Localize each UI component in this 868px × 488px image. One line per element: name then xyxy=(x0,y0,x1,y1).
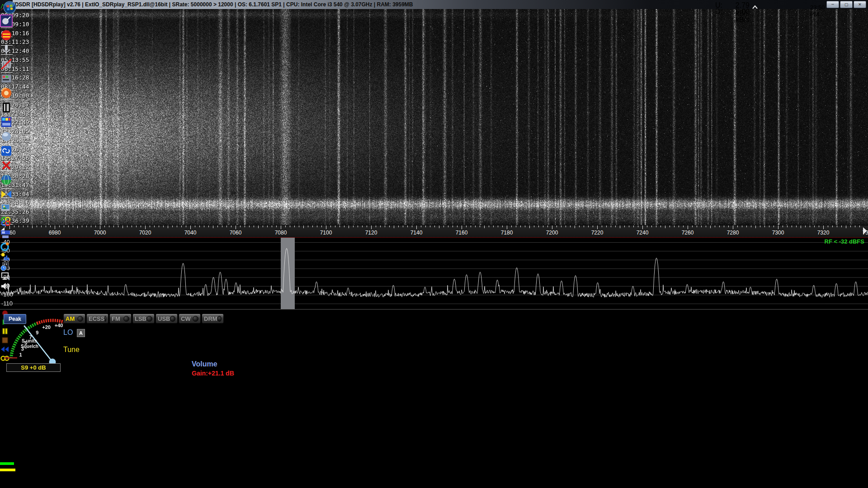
nb-rf-button[interactable]: NB RF xyxy=(0,372,24,380)
scale-tick xyxy=(489,225,489,227)
scale-tick xyxy=(285,225,286,227)
launcher-app-icon[interactable] xyxy=(0,72,20,87)
scale-tick xyxy=(832,225,833,227)
minimize-button[interactable]: ─ xyxy=(826,1,839,8)
af-rbw-label: RBW 5.9 Hz xyxy=(487,464,527,472)
red-mask-app-icon[interactable] xyxy=(0,29,20,43)
anotch-button[interactable]: ANotch xyxy=(0,429,26,437)
loops-app-button[interactable] xyxy=(0,216,20,229)
nb-if-button[interactable]: NB IF xyxy=(0,380,24,388)
af-avg-select[interactable]: 2 xyxy=(533,463,538,471)
scale-tick xyxy=(294,225,295,227)
rf-waterfall-canvas[interactable] xyxy=(0,9,868,225)
start-button[interactable] xyxy=(3,0,17,14)
scale-tick xyxy=(376,225,376,227)
scale-label: 7060 xyxy=(226,230,245,236)
scale-tick xyxy=(86,225,87,227)
satellite-sdr-app-icon[interactable] xyxy=(0,14,20,29)
mode-button-ecss[interactable]: ECSS xyxy=(86,314,108,324)
muted-mixer-app-icon[interactable] xyxy=(0,58,20,72)
menu-stop-button[interactable]: Stop[F2] xyxy=(0,478,868,486)
scale-tick xyxy=(249,225,250,227)
screenshot-app-button[interactable] xyxy=(0,202,20,216)
mode-button-am[interactable]: AM xyxy=(63,314,85,324)
mode-button-usb[interactable]: USB xyxy=(156,314,178,324)
af-zoom-label: Zoom xyxy=(617,464,636,472)
scale-tick xyxy=(258,225,259,228)
maximize-button[interactable]: ▢ xyxy=(840,1,853,8)
taskbar-clock[interactable]: 23:50 PM xyxy=(810,4,825,18)
scale-tick xyxy=(611,225,611,227)
network-tray-icon[interactable] xyxy=(0,272,10,282)
scale-tick xyxy=(195,225,195,227)
volume-tray-icon[interactable] xyxy=(0,282,10,291)
menu-label: Minimize xyxy=(0,486,28,488)
mode-button-lsb[interactable]: LSB xyxy=(132,314,155,324)
sphere-app-icon[interactable] xyxy=(0,130,20,145)
close-button[interactable]: ✕ xyxy=(854,1,866,8)
freqmgr-button[interactable]: FreqMgr xyxy=(193,327,221,335)
hdsdr-app-button[interactable] xyxy=(0,229,20,242)
rf-spectrum[interactable]: -40-50-60-70-80-90-100-110 RF < -32 dBFS xyxy=(0,238,868,309)
scale-tick xyxy=(303,225,304,228)
update-tray-icon[interactable] xyxy=(0,262,10,272)
scale-tick xyxy=(787,225,788,227)
scale-tick xyxy=(236,225,236,229)
mode-button-fm[interactable]: FM xyxy=(109,314,132,324)
scale-tick xyxy=(823,225,824,229)
globe-app-icon[interactable] xyxy=(0,174,20,188)
rf-avg-select[interactable]: 4 xyxy=(533,311,538,319)
scale-tick xyxy=(507,225,507,229)
loop-button[interactable] xyxy=(0,355,868,364)
barcode-app-icon[interactable] xyxy=(0,101,20,116)
extio-button[interactable]: ExtIO xyxy=(193,344,212,352)
link-app-icon[interactable] xyxy=(0,145,20,159)
afc-button[interactable]: AFC xyxy=(0,388,26,396)
mode-button-drm[interactable]: DRM xyxy=(202,314,224,324)
mode-button-cw[interactable]: CW xyxy=(179,314,201,324)
weather-tray-icon[interactable] xyxy=(0,252,10,262)
scale-tick xyxy=(95,225,96,227)
lo-frequency-display[interactable]: 0007.383.000 xyxy=(87,326,131,334)
notch-button[interactable]: Notch xyxy=(0,421,24,429)
scale-tick xyxy=(154,225,155,227)
show-hidden-icons-button[interactable] xyxy=(752,5,758,9)
scale-tick xyxy=(629,225,629,227)
menu-soundcard-button[interactable]: Soundcard[F5] xyxy=(0,437,868,445)
scale-tick xyxy=(471,225,471,227)
browser-app-icon[interactable] xyxy=(0,87,20,101)
tray-icons xyxy=(0,242,20,291)
mute-button[interactable]: Mute xyxy=(0,396,23,404)
af-avg-label: Avg xyxy=(561,464,574,472)
menu-label: Options xyxy=(0,453,25,461)
menu-label: Stop xyxy=(0,478,15,485)
scale-tick xyxy=(132,225,132,227)
antenna-button[interactable]: A xyxy=(77,329,85,337)
menu-bandwidth-button[interactable]: Bandwidth[F6] xyxy=(0,445,868,453)
sam-broadcaster-app-icon[interactable] xyxy=(0,116,20,130)
scale-tick xyxy=(733,225,733,229)
s-meter-label-2: Squelch xyxy=(21,344,38,349)
scale-tick xyxy=(801,225,801,228)
scale-tick xyxy=(466,225,467,227)
dsp-button-rows: NRNB RFNB IFAFCMuteAGC OffNotchANotch xyxy=(0,364,868,437)
tune-frequency-display[interactable]: 0007.083.000 xyxy=(87,343,131,351)
scale-label: 7320 xyxy=(813,230,833,236)
scale-tick xyxy=(670,225,670,227)
agc-off-button[interactable]: AGC Off xyxy=(0,404,24,421)
scale-right-arrow-icon[interactable] xyxy=(863,227,867,235)
scale-tick xyxy=(737,225,738,227)
comodo-tray-icon[interactable] xyxy=(0,242,10,252)
media-arrows-app-icon[interactable] xyxy=(0,188,20,202)
rf-spectrum-canvas[interactable] xyxy=(0,238,868,309)
scale-tick xyxy=(32,225,33,228)
microphone-app-icon[interactable] xyxy=(0,43,20,58)
menu-minimize-button[interactable]: Minimize[F3] xyxy=(0,486,868,488)
scale-tick xyxy=(575,225,575,228)
scale-tick xyxy=(543,225,543,227)
scale-tick xyxy=(145,225,146,229)
red-x-app-icon[interactable] xyxy=(0,159,20,174)
rf-waterfall[interactable]: 00:09:2001:09:1002:10:1603:11:2304:12:40… xyxy=(0,9,868,225)
rf-frequency-scale[interactable]: 6960698070007020704070607080710071207140… xyxy=(0,225,868,238)
mode-label: AM xyxy=(66,315,75,322)
